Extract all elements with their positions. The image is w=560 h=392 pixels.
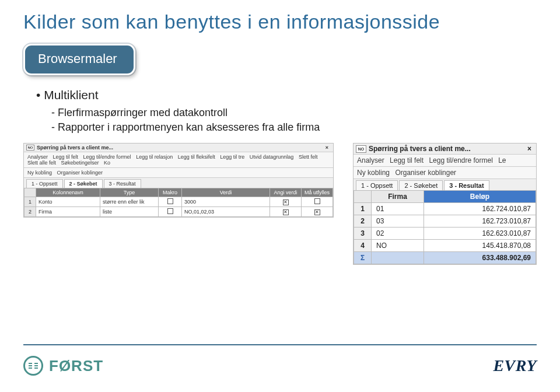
footer: FØRST EVRY [23, 344, 537, 376]
logo-forst-text: FØRST [49, 357, 103, 375]
tb-legg-til-fleksifelt[interactable]: Legg til fleksifelt [178, 154, 215, 160]
pill-browsermaler: Browsermaler [23, 44, 135, 75]
col-verdi: Verdi [182, 188, 270, 197]
cell-kolonnenavn[interactable]: Konto [36, 197, 100, 207]
checkbox-makro[interactable] [167, 208, 173, 214]
cell-verdi[interactable]: NO,01,02,03 [182, 207, 270, 217]
flag-icon: NO [26, 145, 34, 150]
tab-resultat[interactable]: 3 - Resultat [444, 180, 489, 190]
tab-oppsett[interactable]: 1 - Oppsett [356, 180, 398, 190]
cell-firma: NO [372, 240, 424, 252]
table-row[interactable]: 2 03 162.723.010,87 [354, 215, 536, 228]
cell-firma: 02 [372, 228, 424, 240]
tb-sokebetingelser[interactable]: Søkebetingelser [61, 160, 99, 166]
col-kolonnenavn: Kolonnenavn [36, 188, 100, 197]
tab-resultat[interactable]: 3 - Resultat [104, 179, 141, 188]
tb-ny-kobling[interactable]: Ny kobling [27, 170, 52, 176]
tb-legg-til-felt[interactable]: Legg til felt [53, 154, 79, 160]
tb-analyser[interactable]: Analyser [27, 154, 48, 160]
table-row[interactable]: 2 Firma liste NO,01,02,03 ✕ ✕ [24, 207, 333, 217]
page-title: Kilder som kan benyttes i en informasjon… [23, 10, 537, 33]
sub-rapporter: Rapporter i rapportmenyen kan aksesseres… [51, 121, 537, 134]
table-row[interactable]: 4 NO 145.418.870,08 [354, 240, 536, 252]
col-type: Type [100, 188, 159, 197]
cell-type[interactable]: liste [100, 207, 159, 217]
tb-legg-til-felt[interactable]: Legg til felt [390, 156, 424, 164]
bullet-multiklient: Multiklient [36, 88, 537, 102]
tb-ny-kobling[interactable]: Ny kobling [357, 169, 390, 177]
result-table: Firma Beløp 1 01 162.724.010,87 2 03 162… [354, 190, 536, 264]
cell-sum: 633.488.902,69 [424, 252, 536, 264]
screenshot-right: NO Spørring på tvers a client me... × An… [353, 143, 537, 265]
flag-icon: NO [356, 145, 366, 153]
col-belop: Beløp [424, 191, 536, 203]
tb-organiser-koblinger[interactable]: Organiser koblinger [57, 170, 103, 176]
tb-slett-alle-felt[interactable]: Slett alle felt [27, 160, 56, 166]
toolbar-primary: Analyser Legg til felt Legg til/endre fo… [24, 152, 333, 168]
tb-utvid-datagrunnlag[interactable]: Utvid datagrunnlag [250, 154, 294, 160]
checkbox-ma-utfylles[interactable] [314, 198, 320, 204]
col-ma-utfylles: Må utfylles [302, 188, 333, 197]
logo-evry: EVRY [493, 356, 537, 375]
row-num: 1 [354, 203, 372, 215]
row-num: 2 [24, 207, 36, 217]
sub-flerfirma: Flerfirmaspørringer med datakontroll [51, 107, 537, 119]
table-row[interactable]: 1 01 162.724.010,87 [354, 203, 536, 215]
cell-type[interactable]: større enn eller lik [100, 197, 159, 207]
cell-belop: 162.724.010,87 [424, 203, 536, 215]
tab-sokebet[interactable]: 2 - Søkebet [64, 179, 103, 188]
checkbox-angi-verdi[interactable]: ✕ [283, 209, 289, 215]
checkbox-angi-verdi[interactable]: ✕ [283, 200, 289, 205]
cell-kolonnenavn[interactable]: Firma [36, 207, 100, 217]
tab-oppsett[interactable]: 1 - Oppsett [26, 179, 63, 188]
tb-legg-til-relasjon[interactable]: Legg til relasjon [136, 154, 173, 160]
close-icon[interactable]: × [323, 145, 331, 150]
row-num: 1 [24, 197, 36, 207]
cell-belop: 162.723.010,87 [424, 215, 536, 228]
toolbar-secondary: Ny kobling Organiser koblinger [24, 168, 333, 178]
col-makro: Makro [159, 188, 182, 197]
logo-forst: FØRST [23, 356, 103, 376]
tb-organiser-koblinger[interactable]: Organiser koblinger [395, 169, 456, 177]
cell-belop: 162.623.010,87 [424, 228, 536, 240]
cell-belop: 145.418.870,08 [424, 240, 536, 252]
toolbar-primary: Analyser Legg til felt Legg til/endre fo… [354, 155, 536, 167]
toolbar-secondary: Ny kobling Organiser koblinger [354, 167, 536, 179]
tab-sokebet[interactable]: 2 - Søkebet [399, 180, 443, 190]
window-title: Spørring på tvers a client me... [37, 145, 113, 150]
table-row[interactable]: 3 02 162.623.010,87 [354, 228, 536, 240]
tb-analyser[interactable]: Analyser [357, 156, 384, 164]
tb-slett-felt[interactable]: Slett felt [299, 154, 318, 160]
tb-le[interactable]: Le [498, 156, 506, 164]
sigma-icon: Σ [354, 252, 372, 264]
tb-legg-til-endre-formel[interactable]: Legg til/endre formel [429, 156, 492, 164]
row-num: 3 [354, 228, 372, 240]
screenshot-left: NO Spørring på tvers a client me... × An… [23, 143, 334, 218]
cell-verdi[interactable]: 3000 [182, 197, 270, 207]
tb-legg-til-endre-formel[interactable]: Legg til/endre formel [83, 154, 131, 160]
row-num: 2 [354, 215, 372, 228]
table-row[interactable]: 1 Konto større enn eller lik 3000 ✕ [24, 197, 333, 207]
col-firma: Firma [372, 191, 424, 203]
tb-ko[interactable]: Ko [104, 160, 110, 166]
col-rownum [354, 191, 372, 203]
cell-firma: 01 [372, 203, 424, 215]
window-title: Spørring på tvers a client me... [369, 145, 471, 153]
criteria-table: Kolonnenavn Type Makro Verdi Angi verdi … [24, 188, 333, 217]
col-rownum [24, 188, 36, 197]
sum-row: Σ 633.488.902,69 [354, 252, 536, 264]
row-num: 4 [354, 240, 372, 252]
checkbox-makro[interactable] [167, 198, 173, 204]
forst-mark-icon [23, 356, 43, 376]
cell-firma: 03 [372, 215, 424, 228]
tb-legg-til-tre[interactable]: Legg til tre [220, 154, 244, 160]
checkbox-ma-utfylles[interactable]: ✕ [314, 209, 320, 215]
col-angi-verdi: Angi verdi [270, 188, 302, 197]
close-icon[interactable]: × [525, 145, 534, 153]
